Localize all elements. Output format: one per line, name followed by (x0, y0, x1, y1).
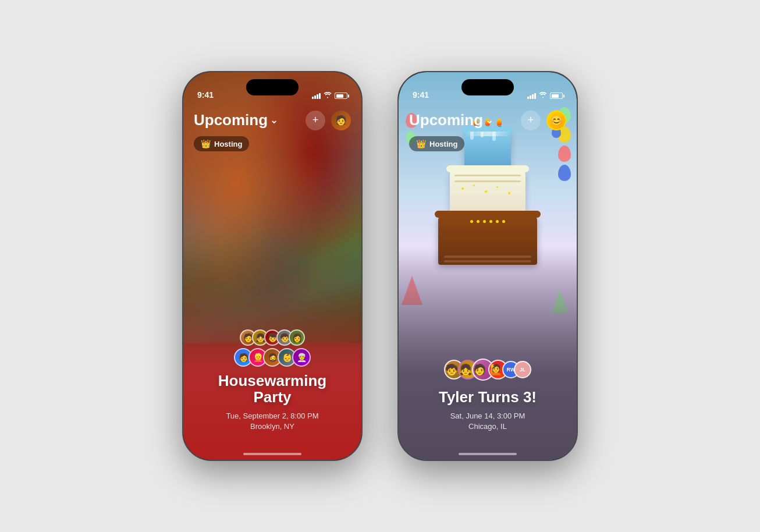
dynamic-island-1 (246, 79, 299, 95)
signal-icon-1 (312, 93, 321, 99)
profile-avatar-1[interactable]: 🧑 (331, 111, 351, 130)
dynamic-island-2 (461, 79, 514, 95)
chevron-down-icon-2: ⌄ (485, 115, 493, 126)
header-title-area-2[interactable]: Upcoming ⌄ (409, 111, 493, 129)
phone-header-1: Upcoming ⌄ + 🧑 (183, 104, 361, 136)
chevron-down-icon-1: ⌄ (270, 115, 278, 126)
status-time-2: 9:41 (413, 90, 429, 100)
battery-icon-1 (335, 93, 347, 99)
attendee-5: 👩 (289, 329, 305, 346)
upcoming-title-2: Upcoming (409, 111, 483, 129)
signal-icon-2 (527, 93, 536, 99)
add-icon-2: + (528, 114, 534, 126)
attendee-10: 👳 (292, 348, 311, 367)
avatar-icon-2: 😊 (550, 114, 563, 127)
event-title-1: Housewarming Party (218, 373, 326, 406)
event-datetime-1: Tue, September 2, 8:00 PM (226, 412, 318, 420)
phone-2: 9:41 Upcoming ⌄ + 😊 (397, 71, 578, 461)
crown-icon-2: 👑 (416, 139, 426, 148)
profile-avatar-2[interactable]: 😊 (546, 111, 566, 130)
phone-1: 9:41 Upcoming ⌄ + 🧑 (182, 71, 363, 461)
add-icon-1: + (312, 114, 319, 126)
event-overlay-1: 🧑 👧 👦 🧒 👩 🧑 👱 🧔 👶 👳 Housewarming Party (183, 247, 361, 460)
avatar-icon-1: 🧑 (335, 115, 347, 126)
header-actions-2: + 😊 (521, 111, 566, 130)
header-actions-1: + 🧑 (306, 111, 351, 130)
wifi-icon-2 (539, 92, 547, 100)
status-icons-2 (527, 92, 563, 100)
crown-icon-1: 👑 (201, 139, 211, 148)
upcoming-title-1: Upcoming (194, 111, 268, 129)
wifi-icon-1 (324, 92, 332, 100)
attendees-group-2: 🧒 👧 🧑 🙋 RW JL (444, 359, 531, 381)
event-datetime-2: Sat, June 14, 3:00 PM (450, 412, 525, 420)
balloon-blue (558, 165, 571, 181)
header-title-area-1[interactable]: Upcoming ⌄ (194, 111, 278, 129)
status-icons-1 (312, 92, 347, 100)
att-jl-badge: JL (514, 361, 531, 378)
add-event-button-2[interactable]: + (521, 111, 541, 130)
hosting-label-1: Hosting (214, 140, 242, 148)
status-time-1: 9:41 (197, 90, 214, 100)
hosting-badge-2: 👑 Hosting (409, 136, 464, 151)
attendees-row-1-top: 🧑 👧 👦 🧒 👩 (240, 329, 305, 346)
event-location-2: Chicago, IL (468, 422, 507, 431)
attendees-row-1-bottom: 🧑 👱 🧔 👶 👳 (234, 348, 311, 367)
add-event-button-1[interactable]: + (306, 111, 325, 130)
balloon-red (558, 146, 571, 162)
event-title-2: Tyler Turns 3! (439, 389, 537, 406)
home-indicator-1 (243, 453, 301, 455)
battery-icon-2 (550, 93, 563, 99)
home-indicator-2 (459, 453, 517, 455)
phone-header-2: Upcoming ⌄ + 😊 (399, 104, 577, 136)
hosting-label-2: Hosting (429, 140, 457, 148)
event-location-1: Brooklyn, NY (250, 422, 294, 431)
cake-tier-middle (450, 170, 525, 217)
event-overlay-2: 🧒 👧 🧑 🙋 RW JL Tyler Turns 3! Sat, June 1… (399, 247, 577, 460)
attendees-group-1: 🧑 👧 👦 🧒 👩 🧑 👱 🧔 👶 👳 (234, 329, 311, 367)
hosting-badge-1: 👑 Hosting (194, 136, 249, 151)
